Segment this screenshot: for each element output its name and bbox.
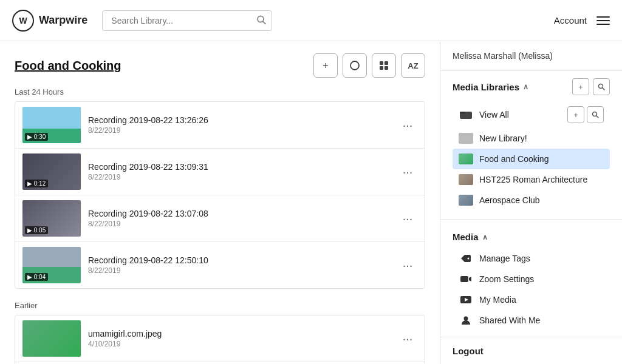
sidebar-item-label: Food and Cooking xyxy=(479,154,549,164)
menu-line xyxy=(596,20,610,21)
sidebar-item-food-cooking[interactable]: Food and Cooking xyxy=(453,149,610,169)
duration-badge: ▶ 0:30 xyxy=(25,133,48,141)
search-input[interactable] xyxy=(102,10,272,31)
media-date: 8/22/2019 xyxy=(88,266,391,275)
search-view-all-button[interactable] xyxy=(587,106,604,123)
page-title: Food and Cooking xyxy=(15,59,121,73)
svg-rect-3 xyxy=(380,61,383,65)
sidebar-item-roman-architecture[interactable]: HST225 Roman Architecture xyxy=(453,169,610,190)
svg-rect-6 xyxy=(384,66,388,70)
svg-point-2 xyxy=(350,61,359,70)
logout-section: Logout xyxy=(440,337,622,364)
account-link[interactable]: Account xyxy=(554,15,587,25)
media-section: Media ∧ Manage Tags Zoom Settings xyxy=(440,224,622,334)
menu-line xyxy=(596,16,610,18)
media-info: Recording 2019-08-22 13:26:26 8/22/2019 xyxy=(88,115,391,135)
media-label: Media xyxy=(453,232,479,242)
svg-marker-15 xyxy=(469,277,471,281)
filter-button[interactable] xyxy=(343,53,367,78)
more-options-button[interactable]: ··· xyxy=(398,209,417,228)
logo-area: W Warpwire xyxy=(12,10,87,32)
media-name: Recording 2019-08-22 13:09:31 xyxy=(88,162,391,172)
media-libraries-label: Media Libraries xyxy=(453,82,519,92)
add-button[interactable]: + xyxy=(313,53,338,78)
media-date: 8/22/2019 xyxy=(88,126,391,135)
thumbnail: ▶ 0:04 xyxy=(22,247,81,283)
sidebar-item-new-library[interactable]: New Library! xyxy=(453,128,610,149)
duration-badge: ▶ 0:05 xyxy=(25,226,48,234)
chevron-up-icon: ∧ xyxy=(523,83,528,91)
person-icon xyxy=(459,315,473,326)
hamburger-menu-button[interactable] xyxy=(596,16,610,25)
sidebar-item-aerospace-club[interactable]: Aerospace Club xyxy=(453,190,610,211)
media-name: Recording 2019-08-22 13:07:08 xyxy=(88,209,391,218)
table-row: ▶ 0:04 Recording 2019-08-22 12:50:10 8/2… xyxy=(15,242,425,288)
sidebar-item-label: Aerospace Club xyxy=(479,195,540,205)
sidebar-item-label: Manage Tags xyxy=(479,254,530,263)
duration-badge: ▶ 0:04 xyxy=(25,273,48,281)
sidebar-item-actions: + xyxy=(567,106,604,123)
divider xyxy=(440,219,622,220)
sidebar-item-shared-with-me[interactable]: Shared With Me xyxy=(453,310,610,331)
search-library-button[interactable] xyxy=(593,78,610,95)
media-name: umamigirl.com.jpeg xyxy=(88,329,391,339)
more-options-button[interactable]: ··· xyxy=(398,162,417,181)
play-icon xyxy=(459,294,473,305)
recent-media-list: ▶ 0:30 Recording 2019-08-22 13:26:26 8/2… xyxy=(15,101,425,289)
table-row: ▶ 0:12 Recording 2019-08-22 13:09:31 8/2… xyxy=(15,149,425,195)
earlier-section-label: Earlier xyxy=(15,301,425,310)
folder-icon xyxy=(459,109,473,120)
sort-az-button[interactable]: AZ xyxy=(401,53,425,78)
sidebar-item-label: New Library! xyxy=(479,133,527,143)
menu-line xyxy=(596,24,610,25)
grid-button[interactable] xyxy=(372,53,396,78)
sidebar-user: Melissa Marshall (Melissa) xyxy=(440,41,622,71)
svg-line-1 xyxy=(263,21,265,24)
sidebar-item-view-all[interactable]: View All + xyxy=(453,101,610,128)
search-button[interactable] xyxy=(256,15,266,26)
svg-point-7 xyxy=(599,84,603,89)
sidebar-item-label: View All xyxy=(479,110,509,120)
duration-badge: ▶ 0:12 xyxy=(25,180,48,187)
media-libraries-section: Media Libraries ∧ + View All + xyxy=(440,71,622,214)
more-options-button[interactable]: ··· xyxy=(398,255,417,275)
thumbnail: ▶ 0:30 xyxy=(22,107,81,143)
media-header: Media ∧ xyxy=(453,232,610,242)
svg-line-12 xyxy=(596,116,598,118)
tag-icon xyxy=(459,253,473,264)
svg-point-13 xyxy=(468,258,470,260)
library-thumbnail xyxy=(459,153,473,164)
sidebar-item-manage-tags[interactable]: Manage Tags xyxy=(453,248,610,269)
svg-rect-5 xyxy=(380,66,383,70)
media-date: 8/22/2019 xyxy=(88,220,391,228)
sidebar-item-my-media[interactable]: My Media xyxy=(453,289,610,310)
media-info: umamigirl.com.jpeg 4/10/2019 xyxy=(88,329,391,348)
svg-point-18 xyxy=(464,317,468,321)
recent-section-label: Last 24 Hours xyxy=(15,87,425,96)
svg-rect-14 xyxy=(460,276,468,282)
table-row: umamigirl.com.jpeg 4/10/2019 ··· xyxy=(15,315,425,362)
library-thumbnail xyxy=(459,174,473,185)
sidebar-item-label: Shared With Me xyxy=(479,315,540,325)
thumbnail: ▶ 0:05 xyxy=(22,200,81,237)
add-to-view-all-button[interactable]: + xyxy=(567,106,584,123)
thumbnail xyxy=(22,320,81,357)
content-area: Food and Cooking + AZ Last 24 Hours ▶ 0:… xyxy=(0,41,440,364)
sidebar-item-label: HST225 Roman Architecture xyxy=(479,175,587,184)
sidebar-item-zoom-settings[interactable]: Zoom Settings xyxy=(453,269,610,289)
section-header-left: Media ∧ xyxy=(453,232,488,242)
more-options-button[interactable]: ··· xyxy=(398,115,417,135)
add-library-button[interactable]: + xyxy=(572,78,589,95)
logo-name: Warpwire xyxy=(39,14,87,27)
earlier-media-list: umamigirl.com.jpeg 4/10/2019 ··· ▶ 1:35 … xyxy=(15,315,425,364)
logo-icon: W xyxy=(12,10,34,32)
header: W Warpwire Account xyxy=(0,0,622,41)
svg-point-11 xyxy=(593,112,597,116)
section-actions: + xyxy=(572,78,610,95)
video-icon xyxy=(459,274,473,285)
more-options-button[interactable]: ··· xyxy=(398,329,417,348)
thumbnail: ▶ 0:12 xyxy=(22,153,81,190)
chevron-up-icon: ∧ xyxy=(482,233,488,241)
logout-button[interactable]: Logout xyxy=(453,346,484,356)
library-thumbnail xyxy=(459,195,473,206)
